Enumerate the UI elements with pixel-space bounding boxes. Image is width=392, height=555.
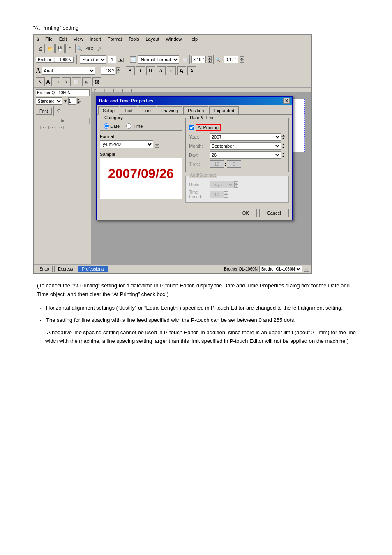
- left-page-num[interactable]: [68, 97, 76, 105]
- format-icon[interactable]: ⬜: [181, 55, 190, 64]
- toolbar-btn-5[interactable]: 🔍: [75, 44, 84, 53]
- time-period-input[interactable]: [210, 191, 224, 198]
- format-label: Format:: [100, 134, 182, 139]
- arrow-tool[interactable]: ⟶: [51, 77, 60, 86]
- page-num-input[interactable]: [108, 56, 116, 63]
- month-row: Month: September ▲ ▼: [189, 142, 285, 150]
- status-printer: Brother QL-1060N: [224, 267, 258, 271]
- format-select[interactable]: y4/m2/d2 y4-m2-d2 m2/d2/y4: [100, 140, 153, 148]
- width-spin[interactable]: ▲ ▼: [208, 56, 212, 63]
- font-color-button[interactable]: A: [157, 66, 166, 75]
- page-num-label: ▼: [63, 99, 67, 104]
- tab-position[interactable]: Position: [183, 106, 208, 114]
- time-radio-label[interactable]: Time: [126, 123, 143, 129]
- status-minimize-btn[interactable]: ─: [304, 266, 309, 272]
- dialog-box: Date and Time Properties ✕ Setup Text Fo…: [96, 96, 293, 220]
- italic-button[interactable]: I: [136, 66, 145, 75]
- year-select[interactable]: 2007: [210, 133, 281, 141]
- dialog-content: Category Date Time: [97, 115, 292, 206]
- zoom-icon[interactable]: 🔍: [213, 55, 222, 64]
- dialog-close-button[interactable]: ✕: [283, 98, 290, 104]
- units-select[interactable]: Days: [210, 181, 234, 188]
- bullet-text-1: Horizontal alignment settings (“Justify”…: [46, 304, 343, 313]
- toolbar-btn-4[interactable]: 🗋: [65, 44, 74, 53]
- menu-format[interactable]: Format: [106, 36, 124, 42]
- category-group-title: Category: [104, 115, 124, 120]
- font-name-select[interactable]: Arial: [42, 67, 95, 75]
- underline-button[interactable]: U: [146, 66, 155, 75]
- format-select[interactable]: Normal Format: [138, 56, 179, 64]
- month-spin[interactable]: ▲ ▼: [281, 143, 285, 149]
- tab-text[interactable]: Text: [120, 106, 137, 114]
- print-area: Print 🖨: [36, 106, 90, 116]
- day-row: Day: 26 ▲ ▼: [189, 151, 285, 159]
- ok-button[interactable]: OK: [235, 209, 257, 217]
- menu-edit[interactable]: Edit: [58, 36, 69, 42]
- print-button[interactable]: Print: [36, 108, 52, 115]
- font-size-input[interactable]: [101, 67, 115, 75]
- professional-button[interactable]: Professional: [78, 266, 108, 272]
- text-tool-A[interactable]: A: [46, 79, 50, 85]
- format-spin[interactable]: ▲ ▼: [155, 141, 159, 148]
- date-radio[interactable]: [104, 123, 109, 129]
- status-printer-select[interactable]: Brother QL-1060N: [259, 266, 302, 272]
- menu-file[interactable]: File: [44, 36, 54, 42]
- menu-window[interactable]: Window: [164, 36, 183, 42]
- height-spin[interactable]: ▲ ▼: [240, 56, 244, 63]
- tab-drawing[interactable]: Drawing: [157, 106, 182, 114]
- cancel-button[interactable]: Cancel: [259, 209, 289, 217]
- left-page-spin[interactable]: ▲ ▼: [77, 98, 81, 104]
- day-spin[interactable]: ▲ ▼: [281, 152, 285, 158]
- express-button[interactable]: Express: [54, 266, 76, 272]
- menu-tools[interactable]: Tools: [127, 36, 141, 42]
- menu-insert[interactable]: Insert: [88, 36, 103, 42]
- tab-font[interactable]: Font: [138, 106, 156, 114]
- sample-label: Sample: [100, 152, 182, 157]
- width-input[interactable]: [191, 56, 206, 63]
- image-tool[interactable]: 🖼: [92, 77, 101, 86]
- paper-icon: 📄: [130, 56, 136, 63]
- spacing-icon[interactable]: ↔: [167, 66, 176, 75]
- toolbar-btn-2[interactable]: 📂: [46, 44, 55, 53]
- mode-select[interactable]: Standard: [80, 56, 106, 64]
- rect-tool[interactable]: ⬜: [72, 77, 81, 86]
- year-spin[interactable]: ▲ ▼: [281, 134, 285, 140]
- left-panel: Brother QL-1060N Standard ▼ ▲ ▼ Prin: [34, 88, 92, 264]
- line-tool[interactable]: \: [62, 77, 71, 86]
- time-hour-input[interactable]: [210, 160, 224, 168]
- time-radio[interactable]: [126, 123, 131, 129]
- left-mode-select[interactable]: Standard: [36, 97, 62, 105]
- tab-setup[interactable]: Setup: [98, 106, 119, 115]
- units-spin[interactable]: ▲ ▼: [234, 181, 238, 188]
- sample-date: 2007/09/26: [102, 166, 180, 181]
- month-label: Month:: [189, 143, 210, 148]
- toolbar-btn-1[interactable]: 🖨: [36, 44, 45, 53]
- bold-button[interactable]: B: [126, 66, 135, 75]
- height-input[interactable]: [224, 56, 238, 63]
- month-select[interactable]: September: [210, 142, 281, 150]
- at-printing-label[interactable]: At Printing: [189, 124, 285, 131]
- font-size-up[interactable]: A: [177, 66, 186, 75]
- sep5: [123, 67, 123, 75]
- format-select-row: y4/m2/d2 y4-m2-d2 m2/d2/y4 ▲ ▼: [100, 140, 182, 148]
- print-icon[interactable]: 🖨: [53, 106, 63, 116]
- toolbar-btn-6[interactable]: ABC: [85, 44, 94, 53]
- format-section: Format: y4/m2/d2 y4-m2-d2 m2/d2/y4 ▲: [100, 134, 182, 148]
- day-select[interactable]: 26: [210, 151, 281, 159]
- font-size-down[interactable]: A: [187, 66, 196, 75]
- font-size-spin[interactable]: ▲ ▼: [116, 67, 120, 74]
- menu-view[interactable]: View: [72, 36, 85, 42]
- menu-layout[interactable]: Layout: [144, 36, 161, 42]
- snap-button[interactable]: Snap: [36, 266, 53, 272]
- time-period-spin[interactable]: ▲ ▼: [224, 191, 228, 198]
- date-radio-label[interactable]: Date: [104, 123, 120, 129]
- page-spin-up[interactable]: ▲: [118, 58, 124, 62]
- toolbar-btn-7[interactable]: 🖊: [95, 44, 104, 53]
- time-minute-input[interactable]: [227, 160, 241, 168]
- table-tool[interactable]: ⊞: [82, 77, 91, 86]
- menu-help[interactable]: Help: [187, 36, 200, 42]
- toolbar-btn-3[interactable]: 💾: [55, 44, 65, 53]
- cursor-tool[interactable]: ↖: [36, 77, 45, 86]
- tab-expanded[interactable]: Expanded: [209, 106, 239, 114]
- at-printing-checkbox[interactable]: [189, 125, 194, 130]
